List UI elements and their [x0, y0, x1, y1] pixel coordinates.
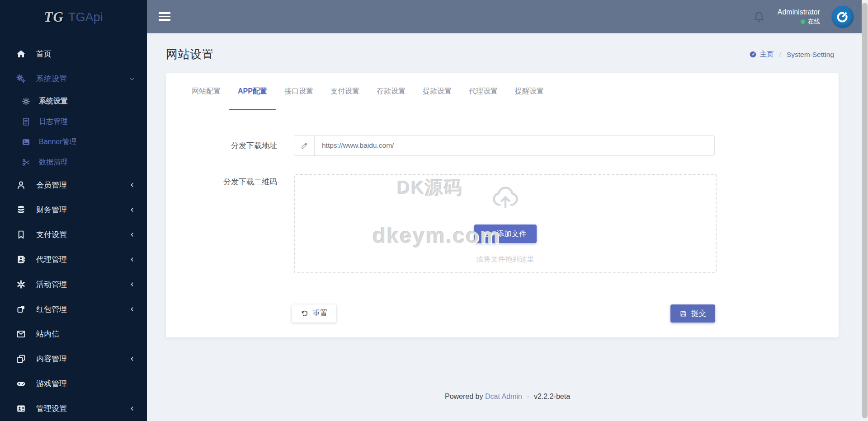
footer-separator: · — [527, 393, 529, 400]
online-status-label: 在线 — [808, 18, 820, 26]
sidebar-nav: 首页 系统设置 — [0, 34, 147, 421]
sidebar-subitem-system-settings[interactable]: 系统设置 — [0, 91, 147, 112]
pencil-icon — [294, 136, 315, 155]
submit-button[interactable]: 提交 — [670, 304, 715, 323]
scrollbar-track — [862, 0, 868, 421]
sidebar-item-home[interactable]: 首页 — [0, 42, 147, 66]
sidebar-subitem-data-cleanup[interactable]: 数据清理 — [0, 152, 147, 173]
chevron-down-icon — [129, 76, 135, 82]
gear-icon — [21, 97, 31, 106]
tab-payment-settings[interactable]: 支付设置 — [322, 73, 368, 110]
notifications-bell-icon[interactable] — [752, 10, 766, 23]
sidebar: TG TGApi 首页 — [0, 0, 147, 421]
chevron-left-icon — [129, 257, 135, 262]
avatar[interactable] — [832, 6, 854, 28]
settings-tabs: 网站配置 APP配置 接口设置 支付设置 存款设置 提款设置 代理设置 提醒设置 — [166, 73, 839, 110]
sidebar-item-redpacket-management[interactable]: 红包管理 — [0, 297, 147, 322]
version-text: v2.2.2-beta — [534, 393, 570, 400]
sidebar-item-admin-settings[interactable]: 管理设置 — [0, 396, 147, 421]
add-file-button[interactable]: 添加文件 — [474, 225, 537, 243]
sidebar-subitem-log-management[interactable]: 日志管理 — [0, 112, 147, 132]
sidebar-item-game-management[interactable]: 游戏管理 — [0, 371, 147, 396]
sidebar-item-activity-management[interactable]: 活动管理 — [0, 272, 147, 297]
chevron-left-icon — [129, 356, 135, 362]
save-icon — [679, 310, 687, 318]
sidebar-toggle-button[interactable] — [159, 10, 170, 23]
topbar: Administrator 在线 — [147, 0, 868, 33]
burst-icon — [15, 280, 26, 289]
chevron-left-icon — [129, 306, 135, 312]
user-icon — [15, 180, 26, 190]
chevron-left-icon — [129, 207, 135, 213]
sidebar-item-site-mail[interactable]: 站内信 — [0, 322, 147, 346]
sidebar-item-payment-settings[interactable]: 支付设置 — [0, 222, 147, 247]
copy-icon — [15, 354, 26, 364]
main-content: 网站设置 主页 / System-Setting 网站配置 APP配置 接口设置… — [147, 33, 868, 421]
dashboard-icon — [749, 51, 757, 58]
settings-card: 网站配置 APP配置 接口设置 支付设置 存款设置 提款设置 代理设置 提醒设置… — [166, 73, 839, 337]
dcat-admin-link[interactable]: Dcat Admin — [485, 393, 522, 400]
home-icon — [15, 49, 26, 59]
cubes-icon — [15, 304, 26, 314]
power-icon — [836, 10, 849, 23]
bookmark-icon — [15, 230, 26, 239]
reset-button[interactable]: 重置 — [292, 304, 336, 323]
sidebar-item-member-management[interactable]: 会员管理 — [0, 173, 147, 197]
file-lines-icon — [21, 117, 31, 126]
drag-hint-text: 或将文件拖到这里 — [476, 255, 534, 264]
undo-icon — [301, 310, 308, 318]
gamepad-icon — [15, 379, 26, 388]
tab-withdrawal-settings[interactable]: 提款设置 — [414, 73, 460, 110]
tab-deposit-settings[interactable]: 存款设置 — [368, 73, 414, 110]
cloud-upload-icon — [490, 181, 521, 214]
sidebar-item-agent-management[interactable]: 代理管理 — [0, 247, 147, 272]
tab-api-settings[interactable]: 接口设置 — [276, 73, 322, 110]
page-title: 网站设置 — [166, 47, 214, 62]
form-footer: 重置 提交 — [166, 297, 839, 323]
tab-reminder-settings[interactable]: 提醒设置 — [506, 73, 552, 110]
download-url-label: 分发下载地址 — [166, 140, 294, 151]
download-url-input[interactable] — [315, 136, 714, 155]
chevron-left-icon — [129, 281, 135, 287]
sidebar-subitem-banner-management[interactable]: Banner管理 — [0, 132, 147, 152]
sidebar-item-system-settings[interactable]: 系统设置 — [0, 66, 147, 91]
chevron-left-icon — [129, 232, 135, 238]
chevron-left-icon — [129, 406, 135, 412]
tab-app-config[interactable]: APP配置 — [229, 73, 276, 110]
chevron-left-icon — [129, 182, 135, 188]
image-icon — [21, 138, 31, 146]
scrollbar-thumb[interactable] — [862, 3, 868, 418]
page-footer: Powered by Dcat Admin · v2.2.2-beta — [147, 393, 868, 401]
sidebar-item-content-management[interactable]: 内容管理 — [0, 346, 147, 371]
cogs-icon — [15, 74, 26, 84]
folder-icon — [484, 230, 492, 238]
powered-by-text: Powered by — [445, 393, 483, 400]
online-dot — [801, 19, 805, 24]
database-icon — [15, 205, 26, 215]
tab-website-config[interactable]: 网站配置 — [183, 73, 229, 110]
user-name: Administrator — [778, 8, 820, 16]
logo-title: TGApi — [68, 10, 103, 24]
breadcrumb-separator: / — [779, 51, 781, 59]
qrcode-label: 分发下载二维码 — [166, 174, 294, 187]
user-menu[interactable]: Administrator 在线 — [778, 8, 820, 26]
breadcrumb-current: System-Setting — [787, 51, 834, 59]
scissors-icon — [21, 158, 31, 167]
sidebar-item-finance-management[interactable]: 财务管理 — [0, 197, 147, 222]
breadcrumb: 主页 / System-Setting — [749, 50, 834, 59]
breadcrumb-home-link[interactable]: 主页 — [749, 50, 774, 59]
address-book-icon — [15, 255, 26, 264]
download-url-input-group — [294, 135, 715, 156]
envelope-icon — [15, 329, 26, 339]
file-upload-dropzone[interactable]: 添加文件 或将文件拖到这里 — [294, 174, 717, 273]
tab-agent-settings[interactable]: 代理设置 — [460, 73, 506, 110]
app-logo[interactable]: TG TGApi — [0, 0, 147, 34]
logo-mark: TG — [44, 9, 64, 25]
id-card-icon — [15, 404, 26, 413]
